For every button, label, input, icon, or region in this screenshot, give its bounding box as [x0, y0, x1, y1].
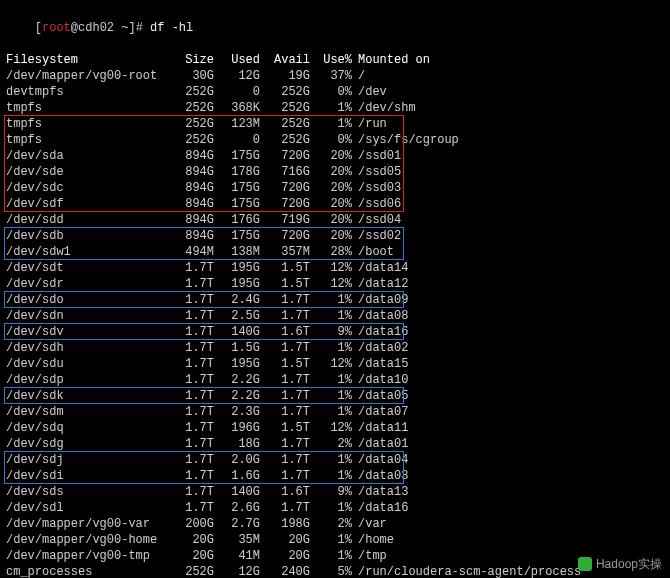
watermark-logo-icon	[578, 557, 592, 571]
cell-used: 35M	[214, 532, 260, 548]
table-row: /dev/sdk1.7T2.2G1.7T1%/data05	[6, 388, 664, 404]
cell-fs: /dev/sdq	[6, 420, 168, 436]
cell-avail: 198G	[260, 516, 310, 532]
cell-fs: /dev/sdd	[6, 212, 168, 228]
cell-size: 30G	[168, 68, 214, 84]
cell-usep: 12%	[310, 420, 352, 436]
cell-avail: 1.7T	[260, 436, 310, 452]
prompt-at: @	[71, 21, 78, 35]
cell-fs: /dev/sdh	[6, 340, 168, 356]
cell-mnt: /data15	[352, 356, 408, 372]
cell-mnt: /data02	[352, 340, 408, 356]
cell-usep: 2%	[310, 516, 352, 532]
table-row: /dev/sdt1.7T195G1.5T12%/data14	[6, 260, 664, 276]
cell-used: 175G	[214, 148, 260, 164]
cell-used: 18G	[214, 436, 260, 452]
cell-size: 1.7T	[168, 340, 214, 356]
cell-mnt: /data03	[352, 468, 408, 484]
cell-usep: 5%	[310, 564, 352, 578]
cell-mnt: /ssd02	[352, 228, 401, 244]
cell-size: 1.7T	[168, 260, 214, 276]
cell-used: 12G	[214, 68, 260, 84]
cell-fs: /dev/sdm	[6, 404, 168, 420]
cell-size: 494M	[168, 244, 214, 260]
df-header: Filesystem Size Used Avail Use% Mounted …	[6, 52, 664, 68]
cell-used: 41M	[214, 548, 260, 564]
table-row: /dev/sdl1.7T2.6G1.7T1%/data16	[6, 500, 664, 516]
cell-usep: 9%	[310, 484, 352, 500]
cell-usep: 1%	[310, 388, 352, 404]
cell-mnt: /data04	[352, 452, 408, 468]
cell-avail: 1.6T	[260, 484, 310, 500]
table-row: /dev/sdu1.7T195G1.5T12%/data15	[6, 356, 664, 372]
prompt-bracket: [	[35, 21, 42, 35]
cell-mnt: /data08	[352, 308, 408, 324]
cell-usep: 20%	[310, 212, 352, 228]
cell-fs: /dev/sdb	[6, 228, 168, 244]
cell-size: 1.7T	[168, 436, 214, 452]
cell-avail: 19G	[260, 68, 310, 84]
prompt-line-1: [root@cdh02 ~]# df -hl	[6, 4, 664, 52]
cell-size: 894G	[168, 180, 214, 196]
cell-used: 2.6G	[214, 500, 260, 516]
watermark: Hadoop实操	[578, 556, 662, 572]
table-row: /dev/sdj1.7T2.0G1.7T1%/data04	[6, 452, 664, 468]
cell-size: 1.7T	[168, 324, 214, 340]
cell-fs: /dev/sdg	[6, 436, 168, 452]
cell-avail: 252G	[260, 100, 310, 116]
cell-avail: 720G	[260, 196, 310, 212]
hdr-used: Used	[214, 52, 260, 68]
hdr-fs: Filesystem	[6, 52, 168, 68]
cell-used: 2.0G	[214, 452, 260, 468]
cell-avail: 1.7T	[260, 292, 310, 308]
cell-fs: /dev/sdr	[6, 276, 168, 292]
cell-avail: 1.7T	[260, 308, 310, 324]
cell-used: 0	[214, 132, 260, 148]
table-row: /dev/sdh1.7T1.5G1.7T1%/data02	[6, 340, 664, 356]
cell-avail: 1.7T	[260, 500, 310, 516]
cell-avail: 720G	[260, 180, 310, 196]
cell-fs: /dev/sdc	[6, 180, 168, 196]
cell-size: 1.7T	[168, 308, 214, 324]
cell-usep: 12%	[310, 276, 352, 292]
cell-avail: 252G	[260, 116, 310, 132]
cell-size: 894G	[168, 228, 214, 244]
cell-size: 1.7T	[168, 404, 214, 420]
cell-usep: 0%	[310, 84, 352, 100]
prompt-host: cdh02	[78, 21, 114, 35]
cell-avail: 20G	[260, 548, 310, 564]
terminal-output: [root@cdh02 ~]# df -hl Filesystem Size U…	[0, 0, 670, 578]
cell-avail: 240G	[260, 564, 310, 578]
cell-usep: 1%	[310, 308, 352, 324]
cell-usep: 1%	[310, 500, 352, 516]
table-row: /dev/sde894G178G716G20%/ssd05	[6, 164, 664, 180]
table-row: /dev/sdo1.7T2.4G1.7T1%/data09	[6, 292, 664, 308]
cell-size: 20G	[168, 548, 214, 564]
cell-size: 252G	[168, 100, 214, 116]
cell-avail: 1.5T	[260, 260, 310, 276]
cell-used: 2.4G	[214, 292, 260, 308]
cell-avail: 719G	[260, 212, 310, 228]
cell-fs: /dev/sdk	[6, 388, 168, 404]
cell-used: 1.5G	[214, 340, 260, 356]
cell-used: 2.5G	[214, 308, 260, 324]
cell-avail: 1.7T	[260, 404, 310, 420]
cell-fs: /dev/sds	[6, 484, 168, 500]
cell-used: 140G	[214, 484, 260, 500]
table-row: tmpfs252G368K252G1%/dev/shm	[6, 100, 664, 116]
cell-usep: 20%	[310, 164, 352, 180]
cell-size: 894G	[168, 196, 214, 212]
cell-fs: /dev/mapper/vg00-var	[6, 516, 168, 532]
cell-mnt: /	[352, 68, 365, 84]
table-row: /dev/sdw1494M138M357M28%/boot	[6, 244, 664, 260]
cell-avail: 716G	[260, 164, 310, 180]
cell-mnt: /data16	[352, 324, 408, 340]
cell-usep: 28%	[310, 244, 352, 260]
cell-used: 196G	[214, 420, 260, 436]
cell-usep: 1%	[310, 548, 352, 564]
cell-mnt: /ssd04	[352, 212, 401, 228]
cell-fs: /dev/sdn	[6, 308, 168, 324]
cell-size: 1.7T	[168, 388, 214, 404]
cell-usep: 20%	[310, 148, 352, 164]
cell-avail: 1.7T	[260, 468, 310, 484]
